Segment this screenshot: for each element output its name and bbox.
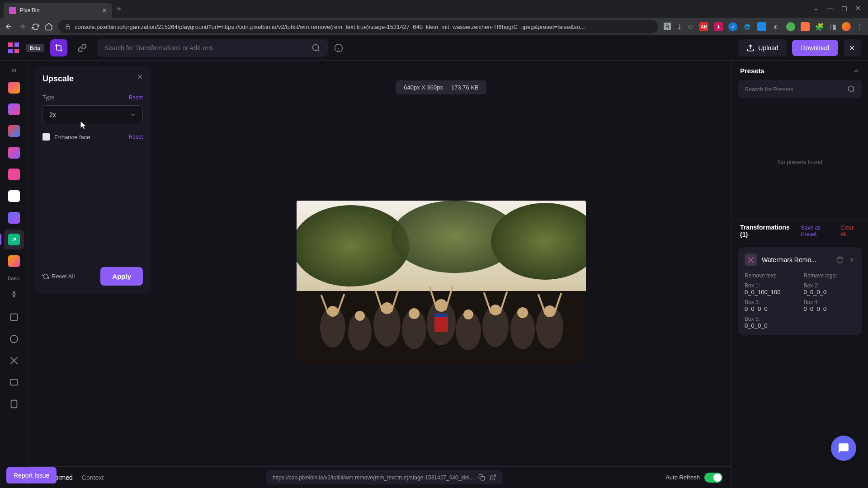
- ext-icon-6[interactable]: ◐: [772, 22, 781, 31]
- svg-rect-0: [66, 26, 70, 29]
- ext-icon-3[interactable]: ✓: [728, 22, 737, 31]
- forward-button[interactable]: [18, 23, 26, 31]
- transforms-title: Transformations (1): [740, 224, 797, 238]
- preset-search-input[interactable]: [745, 86, 844, 93]
- panel-close-button[interactable]: [137, 73, 144, 80]
- close-window-icon[interactable]: ✕: [855, 5, 861, 12]
- svg-point-28: [409, 308, 420, 319]
- ext-icon-8[interactable]: [801, 22, 810, 31]
- save-preset-button[interactable]: Save as Preset: [801, 225, 836, 237]
- crop-icon: [54, 43, 63, 52]
- logo[interactable]: [7, 42, 20, 54]
- copy-icon[interactable]: [478, 474, 485, 481]
- transform-name: Watermark Remo...: [762, 256, 832, 263]
- chevron-down-icon[interactable]: ⌄: [813, 5, 819, 12]
- type-label: Type: [42, 94, 54, 101]
- rail-item-b4[interactable]: [4, 351, 24, 371]
- auto-refresh: Auto Refresh: [665, 473, 722, 483]
- search-icon[interactable]: [847, 85, 855, 93]
- image-dimensions: 640px X 360px: [404, 84, 443, 91]
- auto-refresh-toggle[interactable]: [704, 473, 722, 483]
- new-tab-button[interactable]: +: [117, 5, 122, 14]
- menu-icon[interactable]: ⋮: [856, 23, 863, 31]
- rail-item-3[interactable]: [4, 121, 24, 141]
- transform-card: Watermark Remo... Remove text: Remove lo…: [738, 247, 862, 335]
- type-value: 2x: [49, 111, 56, 118]
- extension-icons: 🅰 ⤓ ☆ AB ⬇ ✓ 🌐 ◐ 🧩 ◨ ⋮: [664, 22, 863, 31]
- install-icon[interactable]: ⤓: [676, 23, 682, 31]
- open-icon[interactable]: [490, 474, 496, 481]
- ext-icon-5[interactable]: [757, 22, 766, 31]
- delete-icon[interactable]: [836, 256, 844, 263]
- box2-label: Box 2:: [804, 282, 856, 289]
- box4-value: 0_0_0_0: [804, 305, 856, 312]
- rail-item-b6[interactable]: [4, 394, 24, 414]
- extensions-icon[interactable]: 🧩: [815, 23, 824, 31]
- sidepanel-icon[interactable]: ◨: [830, 23, 836, 31]
- browser-tab[interactable]: PixelBin ✕: [4, 3, 112, 18]
- reset-enhance-button[interactable]: Reset: [129, 134, 143, 140]
- report-issue-button[interactable]: Report Issue: [6, 467, 57, 483]
- upload-button[interactable]: Upload: [738, 39, 786, 56]
- link-icon: [78, 43, 87, 52]
- rail-item-b3[interactable]: [4, 329, 24, 349]
- rail-item-b5[interactable]: [4, 372, 24, 392]
- rail-item-b2[interactable]: [4, 307, 24, 327]
- search-input[interactable]: [104, 44, 308, 52]
- refresh-icon: [42, 273, 49, 280]
- rail-label-basic: Basic: [8, 276, 20, 281]
- rail-item-2[interactable]: [4, 99, 24, 119]
- info-icon[interactable]: [334, 43, 343, 52]
- url-text: console.pixelbin.io/organization/215264/…: [75, 23, 652, 30]
- maximize-icon[interactable]: ▢: [841, 5, 847, 12]
- reset-type-button[interactable]: Reset: [129, 94, 143, 101]
- app-header: Beta Upload Download: [0, 35, 868, 61]
- avatar[interactable]: [842, 22, 851, 31]
- svg-point-5: [312, 44, 318, 50]
- rail-item-6[interactable]: [4, 186, 24, 206]
- translate-icon[interactable]: 🅰: [664, 23, 671, 31]
- close-app-button[interactable]: [844, 39, 861, 56]
- download-button[interactable]: Download: [792, 40, 838, 56]
- transforms-mode-button[interactable]: [50, 39, 67, 56]
- chevron-up-icon[interactable]: [853, 67, 860, 75]
- chat-fab[interactable]: [831, 436, 856, 461]
- ext-icon-7[interactable]: [786, 22, 795, 31]
- addons-mode-button[interactable]: [74, 39, 91, 56]
- box5-label: Box 5:: [745, 316, 797, 322]
- type-select[interactable]: 2x: [42, 105, 143, 124]
- enhance-face-checkbox[interactable]: [42, 133, 50, 141]
- reset-all-button[interactable]: Reset All: [42, 273, 75, 280]
- rail-item-8[interactable]: [4, 251, 24, 271]
- ext-icon-4[interactable]: 🌐: [743, 22, 752, 31]
- canvas-image[interactable]: [297, 201, 586, 363]
- clear-all-button[interactable]: Clear All: [840, 225, 860, 237]
- search-box[interactable]: [97, 39, 328, 57]
- panel-title: Upscale: [42, 74, 143, 84]
- ext-icon-2[interactable]: ⬇: [714, 22, 723, 31]
- close-icon[interactable]: ✕: [102, 7, 107, 14]
- box3-value: 0_0_0_0: [745, 305, 797, 312]
- svg-point-33: [544, 305, 556, 317]
- apply-button[interactable]: Apply: [100, 267, 143, 286]
- rail-item-4[interactable]: [4, 143, 24, 163]
- rail-item-1[interactable]: [4, 78, 24, 98]
- rail-item-5[interactable]: [4, 164, 24, 184]
- minimize-icon[interactable]: —: [827, 5, 833, 12]
- ext-icon-1[interactable]: AB: [699, 22, 708, 31]
- home-button[interactable]: [45, 23, 53, 31]
- browser-chrome: PixelBin ✕ + ⌄ — ▢ ✕ console.pixelbin.io…: [0, 0, 868, 35]
- rail-item-upscale[interactable]: [4, 230, 24, 249]
- back-button[interactable]: [5, 23, 13, 31]
- star-icon[interactable]: ☆: [688, 23, 694, 31]
- chevron-right-icon[interactable]: [848, 256, 855, 263]
- tab-context[interactable]: Context: [82, 474, 104, 481]
- transform-icon: [745, 253, 757, 266]
- reload-button[interactable]: [32, 23, 39, 31]
- rail-item-7[interactable]: [4, 208, 24, 228]
- url-bar[interactable]: console.pixelbin.io/organization/215264/…: [58, 20, 658, 33]
- canvas-area: 640px X 360px 173.76 KB: [151, 61, 731, 488]
- search-icon[interactable]: [311, 43, 321, 52]
- preset-search[interactable]: [738, 80, 862, 98]
- rail-item-b1[interactable]: [4, 286, 24, 305]
